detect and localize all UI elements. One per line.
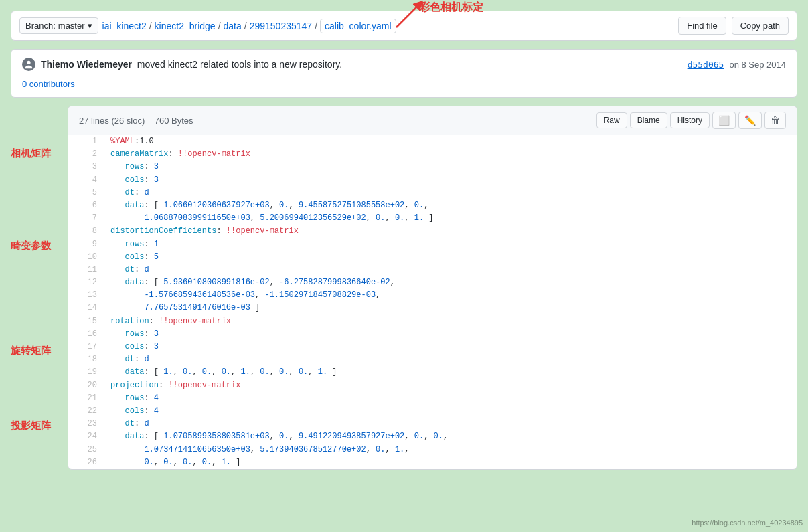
code-line: 24 data: [ 1.0705899358803581e+03, 0., 9… xyxy=(68,430,797,443)
code-line: 10 cols: 5 xyxy=(68,251,797,264)
separator-4: / xyxy=(315,21,317,31)
line-number: 10 xyxy=(68,251,105,264)
code-line: 22 cols: 4 xyxy=(68,405,797,418)
line-number: 19 xyxy=(68,366,105,379)
line-code: dt: d xyxy=(105,353,160,366)
code-line: 16 rows: 3 xyxy=(68,328,797,341)
code-line: 17 cols: 3 xyxy=(68,341,797,353)
line-number: 3 xyxy=(68,161,105,173)
distortion-annotation: 畸变参数 xyxy=(11,240,51,252)
line-number: 4 xyxy=(68,174,105,187)
file-viewer: 27 lines (26 sloc) 760 Bytes Raw Blame H… xyxy=(68,106,797,470)
code-line: 15 rotation: !!opencv-matrix xyxy=(68,315,797,328)
line-code: rows: 3 xyxy=(105,161,169,173)
line-number: 24 xyxy=(68,430,105,443)
copy-path-button[interactable]: Copy path xyxy=(732,17,789,35)
code-line: 4 cols: 3 xyxy=(68,174,797,187)
commit-info-box: Thiemo Wiedemeyer moved kinect2 related … xyxy=(11,49,797,98)
find-file-button[interactable]: Find file xyxy=(678,17,726,35)
line-number: 8 xyxy=(68,225,105,238)
blame-button[interactable]: Blame xyxy=(630,112,667,128)
code-line: 7 1.0688708399911650e+03, 5.200699401235… xyxy=(68,212,797,225)
code-line: 6 data: [ 1.0660120360637927e+03, 0., 9.… xyxy=(68,199,797,212)
line-number: 1 xyxy=(68,135,105,148)
line-number: 16 xyxy=(68,328,105,341)
annotation-sidebar: 相机矩阵 畸变参数 旋转矩阵 投影矩阵 xyxy=(11,106,68,470)
code-line: 5 dt: d xyxy=(68,187,797,199)
line-number: 9 xyxy=(68,238,105,251)
line-number: 7 xyxy=(68,212,105,225)
line-number: 13 xyxy=(68,289,105,302)
line-code: cols: 3 xyxy=(105,341,169,353)
line-code: 1.0734714110656350e+03, 5.17394036785127… xyxy=(105,444,420,456)
line-code: cols: 4 xyxy=(105,405,169,418)
contributors-link[interactable]: 0 contributors xyxy=(22,79,75,89)
line-number: 21 xyxy=(68,392,105,405)
code-line: 21 rows: 4 xyxy=(68,392,797,405)
code-line: 9 rows: 1 xyxy=(68,238,797,251)
code-line: 19 data: [ 1., 0., 0., 0., 1., 0., 0., 0… xyxy=(68,366,797,379)
line-code: dt: d xyxy=(105,264,160,276)
delete-icon-button[interactable]: 🗑 xyxy=(764,112,786,129)
camera-matrix-annotation: 相机矩阵 xyxy=(11,147,51,160)
line-number: 23 xyxy=(68,418,105,430)
line-code: rows: 3 xyxy=(105,328,169,341)
user-icon xyxy=(24,60,33,69)
code-line: 14 7.7657531491476016e-03 ] xyxy=(68,302,797,315)
code-line: 11 dt: d xyxy=(68,264,797,276)
line-code: data: [ 1.0660120360637927e+03, 0., 9.45… xyxy=(105,199,439,212)
file-size: 760 Bytes xyxy=(155,116,193,126)
line-number: 20 xyxy=(68,379,105,392)
line-number: 6 xyxy=(68,199,105,212)
separator-1: / xyxy=(149,21,152,31)
line-number: 26 xyxy=(68,456,105,469)
line-code: rows: 1 xyxy=(105,238,169,251)
commit-author: Thiemo Wiedemeyer moved kinect2 related … xyxy=(41,59,342,70)
avatar xyxy=(22,58,35,71)
code-line: 20 projection: !!opencv-matrix xyxy=(68,379,797,392)
commit-hash-area: d55d065 on 8 Sep 2014 xyxy=(688,60,786,70)
file-header: 27 lines (26 sloc) 760 Bytes Raw Blame H… xyxy=(68,106,797,135)
history-button[interactable]: History xyxy=(670,112,710,128)
path-iai-kinect2[interactable]: iai_kinect2 xyxy=(102,21,147,31)
line-code: %YAML:1.0 xyxy=(105,135,165,148)
path-kinect2-bridge[interactable]: kinect2_bridge xyxy=(155,21,216,31)
line-number: 15 xyxy=(68,315,105,328)
breadcrumb-path: iai_kinect2 / kinect2_bridge / data / 29… xyxy=(102,21,396,31)
branch-label: Branch: xyxy=(25,21,56,31)
line-code: 1.0688708399911650e+03, 5.20069940123565… xyxy=(105,212,445,225)
code-line: 3 rows: 3 xyxy=(68,161,797,173)
line-code: cameraMatrix: !!opencv-matrix xyxy=(105,148,261,161)
line-code: data: [ 1., 0., 0., 0., 1., 0., 0., 0., … xyxy=(105,366,348,379)
lines-info: 27 lines (26 sloc) xyxy=(79,116,145,126)
edit-icon-button[interactable]: ✏️ xyxy=(738,112,762,129)
projection-annotation: 投影矩阵 xyxy=(11,420,51,432)
line-number: 17 xyxy=(68,341,105,353)
code-line: 23 dt: d xyxy=(68,418,797,430)
line-number: 18 xyxy=(68,353,105,366)
branch-selector[interactable]: Branch: master ▾ xyxy=(19,17,98,34)
code-line: 13 -1.5766859436148536e-03, -1.150297184… xyxy=(68,289,797,302)
desktop-icon-button[interactable]: ⬜ xyxy=(712,112,736,129)
chevron-down-icon: ▾ xyxy=(88,21,92,31)
commit-hash-link[interactable]: d55d065 xyxy=(688,60,724,70)
branch-name: master xyxy=(58,21,85,31)
line-code: dt: d xyxy=(105,418,160,430)
line-code: data: [ 5.9360108008991816e-02, -6.27582… xyxy=(105,276,406,289)
line-code: 7.7657531491476016e-03 ] xyxy=(105,302,270,315)
raw-button[interactable]: Raw xyxy=(596,112,627,128)
commit-message-text: moved kinect2 related tools into a new r… xyxy=(137,59,342,70)
code-line: 26 0., 0., 0., 0., 1. ] xyxy=(68,456,797,469)
code-line: 8 distortionCoefficients: !!opencv-matri… xyxy=(68,225,797,238)
line-number: 2 xyxy=(68,148,105,161)
line-code: rotation: !!opencv-matrix xyxy=(105,315,242,328)
color-camera-label: 彩色相机标定 xyxy=(419,1,483,15)
path-data[interactable]: data xyxy=(224,21,242,31)
line-code: rows: 4 xyxy=(105,392,169,405)
code-line: 2 cameraMatrix: !!opencv-matrix xyxy=(68,148,797,161)
line-code: data: [ 1.0705899358803581e+03, 0., 9.49… xyxy=(105,430,459,443)
current-file: calib_color.yaml xyxy=(320,19,396,33)
code-line: 25 1.0734714110656350e+03, 5.17394036785… xyxy=(68,444,797,456)
file-meta: 27 lines (26 sloc) 760 Bytes xyxy=(79,116,193,126)
path-hash[interactable]: 299150235147 xyxy=(250,21,312,31)
